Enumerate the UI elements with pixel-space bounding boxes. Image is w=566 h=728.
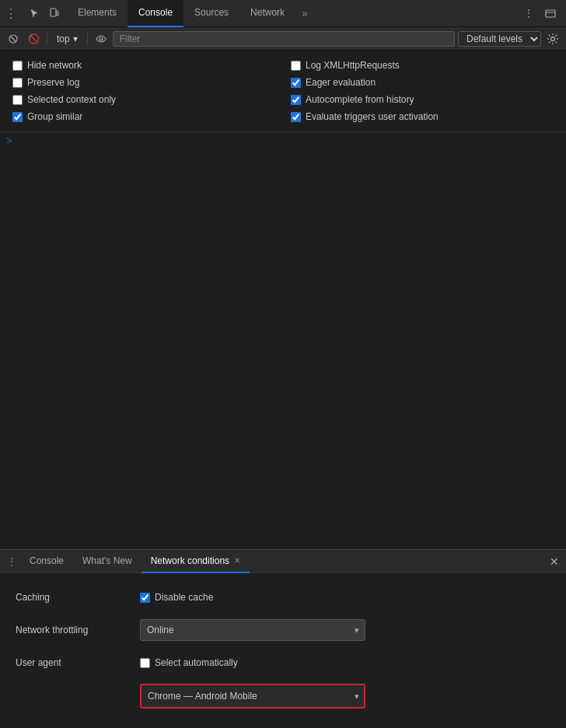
caching-label: Caching <box>16 592 140 603</box>
drawer-tab-whats-new[interactable]: What's New <box>73 550 142 573</box>
selected-context-label[interactable]: Selected context only <box>27 94 116 105</box>
tab-sources[interactable]: Sources <box>183 0 239 27</box>
throttling-select-wrapper: Online Fast 3G Slow 3G Offline Custom... <box>140 619 365 641</box>
eval-triggers-checkbox[interactable] <box>291 112 301 122</box>
autocomplete-checkbox[interactable] <box>291 95 301 105</box>
block-icon[interactable]: 🚫 <box>25 30 42 47</box>
eager-eval-row: Eager evaluation <box>291 74 554 91</box>
undock-icon[interactable] <box>541 4 560 23</box>
tab-elements[interactable]: Elements <box>67 0 128 27</box>
settings-right-col: Log XMLHttpRequests Eager evaluation Aut… <box>291 57 554 125</box>
tab-network[interactable]: Network <box>239 0 295 27</box>
user-agent-select[interactable]: Chrome — Android Mobile Chrome — Desktop… <box>140 684 365 709</box>
console-settings-icon[interactable] <box>544 30 561 47</box>
hide-network-checkbox[interactable] <box>12 61 23 71</box>
settings-left-col: Hide network Preserve log Selected conte… <box>12 57 275 125</box>
throttling-label: Network throttling <box>16 625 140 635</box>
network-conditions-tab-close[interactable]: ✕ <box>234 556 240 565</box>
log-xmlhttp-row: Log XMLHttpRequests <box>291 57 554 74</box>
console-toolbar: 🚫 top ▾ Default levels <box>0 27 566 51</box>
autocomplete-label[interactable]: Autocomplete from history <box>306 94 414 105</box>
hide-network-row: Hide network <box>12 57 275 74</box>
throttling-row: Network throttling Online Fast 3G Slow 3… <box>16 618 550 642</box>
drawer-dots-menu[interactable]: ⋮ <box>3 553 20 570</box>
caching-row: Caching Disable cache <box>16 586 550 609</box>
toolbar-divider-1 <box>47 33 47 45</box>
svg-rect-0 <box>51 9 56 16</box>
console-content-area: > <box>0 132 566 549</box>
log-xml-label[interactable]: Log XMLHttpRequests <box>306 60 400 71</box>
selected-context-checkbox[interactable] <box>12 95 23 105</box>
bottom-drawer: ⋮ Console What's New Network conditions … <box>0 549 566 728</box>
svg-point-7 <box>551 37 555 40</box>
device-icon[interactable] <box>45 4 64 23</box>
devtools-dots-menu[interactable]: ⋮ <box>0 6 22 21</box>
caching-control: Disable cache <box>140 592 550 603</box>
selected-context-row: Selected context only <box>12 91 275 108</box>
eye-icon[interactable] <box>93 30 110 47</box>
filter-input[interactable] <box>113 31 455 47</box>
settings-dots-icon[interactable]: ⋮ <box>519 4 538 23</box>
toolbar-divider-2 <box>87 33 88 45</box>
devtools-window: ⋮ Elements Console Sources Network <box>0 0 566 728</box>
network-conditions-panel: Caching Disable cache Network throttling… <box>0 573 566 721</box>
throttling-control: Online Fast 3G Slow 3G Offline Custom... <box>140 619 550 641</box>
group-similar-checkbox[interactable] <box>12 112 23 122</box>
hide-network-label[interactable]: Hide network <box>27 60 82 71</box>
clear-console-icon[interactable] <box>5 30 22 47</box>
preserve-log-label[interactable]: Preserve log <box>27 77 79 88</box>
preserve-log-row: Preserve log <box>12 74 275 91</box>
log-level-selector[interactable]: Default levels <box>458 31 541 47</box>
disable-cache-checkbox[interactable] <box>140 593 150 603</box>
user-agent-auto-control: Select automatically <box>140 657 550 668</box>
console-settings-panel: Hide network Preserve log Selected conte… <box>0 51 566 132</box>
throttling-select[interactable]: Online Fast 3G Slow 3G Offline Custom... <box>140 619 365 641</box>
log-xml-checkbox[interactable] <box>291 61 301 71</box>
cursor-icon[interactable] <box>25 4 44 23</box>
svg-point-6 <box>100 37 103 40</box>
context-selector[interactable]: top ▾ <box>52 32 82 46</box>
user-agent-select-control: Chrome — Android Mobile Chrome — Desktop… <box>140 684 550 709</box>
user-agent-auto-row: User agent Select automatically <box>16 651 550 674</box>
autocomplete-row: Autocomplete from history <box>291 91 554 108</box>
eager-eval-checkbox[interactable] <box>291 78 301 88</box>
user-agent-select-row: Chrome — Android Mobile Chrome — Desktop… <box>16 684 550 709</box>
eval-triggers-label[interactable]: Evaluate triggers user activation <box>306 111 438 122</box>
tab-icon-group <box>22 4 67 23</box>
console-prompt-symbol: > <box>6 135 12 147</box>
console-output[interactable]: > <box>0 132 566 549</box>
group-similar-row: Group similar <box>12 108 275 125</box>
user-agent-label: User agent <box>16 657 140 668</box>
top-end-icons: ⋮ <box>519 4 566 23</box>
drawer-tab-network-conditions[interactable]: Network conditions ✕ <box>142 550 250 573</box>
drawer-tab-console[interactable]: Console <box>20 550 73 573</box>
group-similar-label[interactable]: Group similar <box>27 111 82 122</box>
disable-cache-label[interactable]: Disable cache <box>140 592 213 603</box>
select-auto-label[interactable]: Select automatically <box>140 657 238 668</box>
svg-rect-2 <box>546 10 555 17</box>
preserve-log-checkbox[interactable] <box>12 78 23 88</box>
drawer-close-button[interactable]: ✕ <box>546 553 563 570</box>
drawer-tab-bar: ⋮ Console What's New Network conditions … <box>0 550 566 573</box>
more-tabs-button[interactable]: » <box>295 7 314 19</box>
tab-console[interactable]: Console <box>128 0 183 27</box>
select-auto-checkbox[interactable] <box>140 658 150 668</box>
svg-line-5 <box>11 37 16 41</box>
svg-rect-1 <box>57 11 58 16</box>
eager-eval-label[interactable]: Eager evaluation <box>306 77 376 88</box>
top-tab-bar: ⋮ Elements Console Sources Network <box>0 0 566 27</box>
ua-select-wrapper: Chrome — Android Mobile Chrome — Desktop… <box>140 684 365 709</box>
eval-triggers-row: Evaluate triggers user activation <box>291 108 554 125</box>
